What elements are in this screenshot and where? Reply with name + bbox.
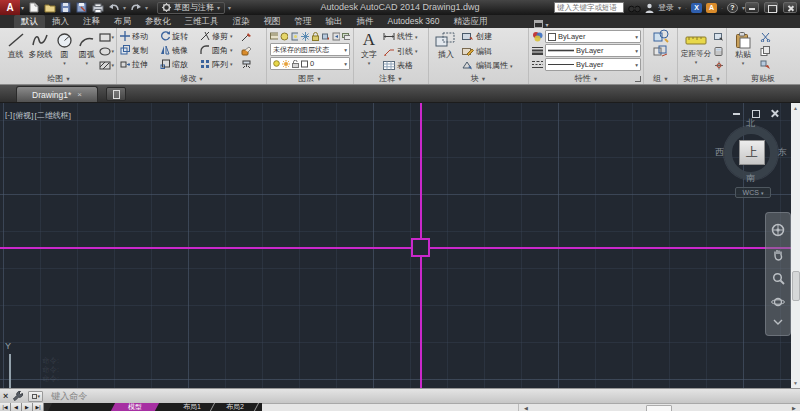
workspace-switcher[interactable]: 草图与注释 ▾ (157, 2, 225, 14)
trim-button[interactable]: 修剪 ▾ (200, 31, 240, 42)
edit-polyline-button[interactable] (241, 31, 252, 43)
search-binoculars-icon[interactable] (628, 3, 641, 13)
qat-customize-arrow[interactable]: ▾ (228, 4, 231, 11)
new-file-button[interactable] (27, 2, 40, 14)
copy-button[interactable]: 复制 (120, 45, 160, 56)
object-color-dropdown[interactable]: ByLayer ▾ (545, 30, 641, 43)
ribbon-tab-insert[interactable]: 插入 (45, 15, 76, 28)
navigation-bar[interactable] (765, 212, 791, 336)
ribbon-tab-home[interactable]: 默认 (14, 15, 45, 28)
ribbon-tab-output[interactable]: 输出 (319, 15, 350, 28)
properties-dialog-launcher[interactable] (635, 76, 641, 82)
group-create-icon[interactable] (653, 29, 669, 43)
vertical-scroll-thumb[interactable] (792, 271, 800, 301)
file-tab-drawing1[interactable]: Drawing1* × (16, 86, 98, 102)
drawing-minimize-button[interactable] (732, 109, 741, 118)
scroll-up-button[interactable]: ▲ (791, 103, 800, 113)
layer-unlock-icon[interactable] (292, 60, 299, 68)
text-button[interactable]: A 文字 ▾ (356, 29, 382, 73)
measure-dropdown-arrow[interactable]: ▾ (695, 59, 698, 65)
panel-properties-label[interactable]: 特性▼ (530, 73, 643, 84)
minimize-button[interactable] (745, 2, 759, 13)
pan-hand-icon[interactable] (772, 248, 785, 261)
app-menu-button[interactable]: A (0, 0, 20, 15)
layout-tab-layout2[interactable]: 布局2 (226, 403, 244, 411)
search-input[interactable] (554, 2, 624, 13)
layer-on-bulb-icon[interactable] (273, 60, 280, 68)
new-drawing-tab-button[interactable] (106, 87, 126, 101)
last-layout-button[interactable]: ▶| (33, 403, 44, 411)
stretch-button[interactable]: 拉伸 (120, 59, 160, 70)
scroll-down-button[interactable]: ▼ (791, 378, 800, 388)
text-dropdown-arrow[interactable]: ▾ (368, 60, 371, 66)
viewcube-top-face[interactable]: 上 (739, 140, 765, 165)
view-control-button[interactable]: [俯视] (13, 110, 33, 121)
fillet-dropdown-arrow[interactable]: ▾ (230, 47, 233, 53)
scale-button[interactable]: 缩放 (160, 59, 200, 70)
panel-layers-label[interactable]: 图层▼ (267, 73, 353, 84)
undo-dropdown-arrow[interactable]: ▾ (123, 4, 126, 11)
quick-select-button[interactable] (714, 31, 724, 43)
open-file-button[interactable] (43, 2, 56, 14)
wcs-dropdown[interactable]: WCS ▾ (735, 187, 771, 198)
restore-button[interactable] (764, 2, 778, 13)
ellipse-dropdown-arrow[interactable]: ▾ (112, 48, 115, 54)
ribbon-tab-layout[interactable]: 布局 (107, 15, 138, 28)
edit-attributes-arrow[interactable]: ▾ (510, 63, 513, 69)
zoom-magnifier-icon[interactable] (772, 272, 785, 285)
table-button[interactable]: 表格 (383, 59, 418, 72)
command-close-icon[interactable]: × (3, 391, 8, 401)
orbit-icon[interactable] (771, 296, 785, 308)
calculator-button[interactable] (714, 45, 724, 57)
viewcube[interactable]: 北 西 东 南 上 WCS ▾ (712, 119, 791, 199)
viewcube-west[interactable]: 西 (715, 146, 724, 159)
ribbon-tab-manage[interactable]: 管理 (288, 15, 319, 28)
circle-dropdown-arrow[interactable]: ▾ (63, 60, 66, 66)
linetype-dropdown[interactable]: ByLayer ▾ (545, 58, 641, 71)
edit-attributes-button[interactable]: 编辑属性 ▾ (462, 59, 513, 72)
close-button[interactable] (783, 2, 797, 13)
arc-dropdown-arrow[interactable]: ▾ (86, 60, 89, 66)
undo-button[interactable] (107, 2, 120, 14)
panel-utilities-label[interactable]: 实用工具▼ (678, 73, 726, 84)
horizontal-scrollbar[interactable]: ◀ ▶ (262, 403, 800, 411)
scroll-right-button[interactable]: ▶ (788, 404, 800, 411)
paste-dropdown-arrow[interactable]: ▾ (742, 60, 745, 66)
recent-commands-button[interactable]: ▾ (28, 391, 43, 402)
horizontal-scroll-thumb[interactable] (646, 405, 672, 411)
arc-button[interactable]: 圆弧 ▾ (76, 29, 97, 73)
layer-properties-icon[interactable] (270, 32, 278, 41)
match-properties-button[interactable] (760, 59, 771, 71)
navbar-more-arrow[interactable] (773, 319, 783, 325)
panel-block-label[interactable]: 块▼ (429, 73, 528, 84)
prev-layout-button[interactable]: ◀ (11, 403, 22, 411)
layer-thaw-sun-icon[interactable] (282, 60, 290, 68)
viewcube-south[interactable]: 南 (746, 172, 755, 185)
ribbon-tab-parametric[interactable]: 参数化 (138, 15, 178, 28)
viewcube-north[interactable]: 北 (746, 117, 755, 130)
viewport-menu-button[interactable]: [-] (5, 110, 12, 121)
drawing-close-button[interactable] (770, 109, 779, 118)
layer-freeze-icon[interactable] (301, 32, 309, 41)
save-button[interactable] (59, 2, 72, 14)
move-button[interactable]: 移动 (120, 31, 160, 42)
redo-dropdown-arrow[interactable]: ▾ (145, 4, 148, 11)
mirror-button[interactable]: 镜像 (160, 45, 200, 56)
rectangle-button[interactable]: ▾ (99, 31, 115, 43)
layer-off-icon[interactable] (280, 32, 288, 41)
next-layout-button[interactable]: ▶ (22, 403, 33, 411)
app-menu-arrow-icon[interactable]: ▾ (21, 4, 24, 11)
ribbon-tab-view[interactable]: 视图 (257, 15, 288, 28)
panel-group-label[interactable]: 组▼ (645, 73, 677, 84)
point-style-button[interactable] (714, 59, 724, 71)
hatch-dropdown-arrow[interactable]: ▾ (112, 62, 115, 68)
panel-annotation-label[interactable]: 注释▼ (354, 73, 428, 84)
panel-draw-label[interactable]: 绘图▼ (2, 73, 116, 84)
leader-dropdown-arrow[interactable]: ▾ (415, 48, 418, 54)
ribbon-tab-3dtools[interactable]: 三维工具 (178, 15, 226, 28)
scroll-left-button[interactable]: ◀ (520, 404, 532, 411)
layer-match-icon[interactable] (322, 32, 330, 41)
command-input[interactable]: 键入命令 (51, 390, 87, 403)
array-dropdown-arrow[interactable]: ▾ (230, 61, 233, 67)
lineweight-dropdown[interactable]: ByLayer ▾ (545, 44, 641, 57)
